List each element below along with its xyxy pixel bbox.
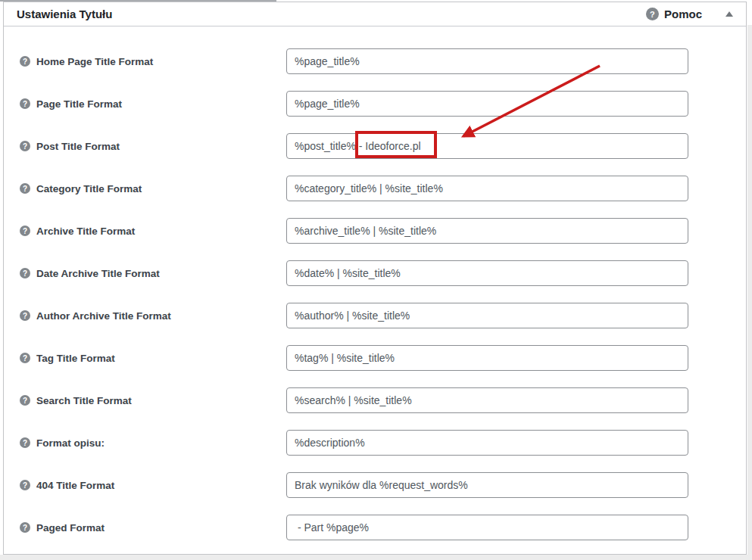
help-label: Pomoc [664, 8, 702, 20]
question-mark-circle-icon[interactable]: ? [20, 56, 30, 67]
question-mark-circle-icon[interactable]: ? [20, 268, 30, 278]
setting-label: Format opisu: [36, 437, 105, 449]
page: { "panel": { "title": "Ustawienia Tytułu… [0, 0, 752, 560]
panel-header: Ustawienia Tytułu ? Pomoc [4, 2, 746, 26]
setting-label: Home Page Title Format [36, 56, 153, 67]
label-cell: ? Archive Title Format [4, 226, 286, 237]
label-cell: ? Home Page Title Format [4, 56, 286, 67]
date-archive-title-format-input[interactable] [286, 260, 688, 286]
collapse-toggle-button[interactable] [722, 7, 737, 22]
setting-row-description-format: ? Format opisu: [4, 422, 746, 464]
question-mark-circle-icon[interactable]: ? [20, 437, 30, 448]
tag-title-format-input[interactable] [286, 345, 688, 371]
setting-row-date-archive-title: ? Date Archive Title Format [4, 252, 746, 294]
question-mark-circle-icon[interactable]: ? [20, 226, 30, 236]
label-cell: ? 404 Title Format [4, 480, 286, 491]
setting-label: 404 Title Format [36, 480, 114, 491]
page-right-edge [747, 25, 752, 560]
question-mark-circle-icon: ? [646, 8, 659, 20]
setting-row-tag-title: ? Tag Title Format [4, 337, 746, 379]
setting-label: Search Title Format [36, 395, 132, 406]
label-cell: ? Post Title Format [4, 141, 286, 152]
setting-row-page-title: ? Page Title Format [4, 82, 746, 125]
page-title-format-input[interactable] [286, 91, 688, 117]
setting-label: Page Title Format [36, 98, 122, 110]
page-bottom-edge [0, 555, 752, 560]
title-settings-panel: Ustawienia Tytułu ? Pomoc ? Home Page Ti… [3, 2, 747, 555]
label-cell: ? Search Title Format [4, 395, 286, 406]
question-mark-circle-icon[interactable]: ? [20, 353, 30, 363]
panel-body: ? Home Page Title Format ? Page Title Fo… [4, 26, 746, 549]
label-cell: ? Tag Title Format [4, 353, 286, 364]
question-mark-circle-icon[interactable]: ? [20, 98, 30, 109]
collapse-up-arrow-icon [725, 11, 733, 17]
search-title-format-input[interactable] [286, 387, 688, 413]
label-cell: ? Category Title Format [4, 183, 286, 194]
description-format-input[interactable] [286, 430, 688, 456]
author-archive-title-format-input[interactable] [286, 303, 688, 328]
setting-label: Archive Title Format [36, 226, 135, 237]
label-cell: ? Author Archive Title Format [4, 310, 286, 322]
setting-label: Tag Title Format [36, 353, 115, 364]
label-cell: ? Date Archive Title Format [4, 268, 286, 279]
label-cell: ? Paged Format [4, 522, 286, 534]
setting-label: Date Archive Title Format [36, 268, 160, 279]
404-title-format-input[interactable] [286, 472, 688, 498]
setting-label: Author Archive Title Format [36, 310, 171, 322]
setting-row-archive-title: ? Archive Title Format [4, 210, 746, 252]
help-button[interactable]: ? Pomoc [646, 8, 702, 20]
label-cell: ? Format opisu: [4, 437, 286, 449]
archive-title-format-input[interactable] [286, 218, 688, 244]
category-title-format-input[interactable] [286, 176, 688, 201]
setting-row-author-archive-title: ? Author Archive Title Format [4, 294, 746, 337]
question-mark-circle-icon[interactable]: ? [20, 522, 30, 533]
setting-row-search-title: ? Search Title Format [4, 379, 746, 422]
label-cell: ? Page Title Format [4, 98, 286, 110]
setting-label: Paged Format [36, 522, 105, 534]
question-mark-circle-icon[interactable]: ? [20, 395, 30, 406]
panel-title: Ustawienia Tytułu [17, 8, 112, 20]
question-mark-circle-icon[interactable]: ? [20, 310, 30, 321]
setting-label: Post Title Format [36, 141, 120, 152]
paged-format-input[interactable] [286, 515, 688, 540]
setting-label: Category Title Format [36, 183, 142, 194]
question-mark-circle-icon[interactable]: ? [20, 141, 30, 151]
setting-row-404-title: ? 404 Title Format [4, 464, 746, 506]
setting-row-paged-format: ? Paged Format [4, 506, 746, 549]
question-mark-circle-icon[interactable]: ? [20, 480, 30, 490]
setting-row-home-page-title: ? Home Page Title Format [4, 40, 746, 82]
home-page-title-format-input[interactable] [286, 48, 688, 74]
post-title-format-input[interactable] [286, 133, 688, 159]
setting-row-post-title: ? Post Title Format [4, 125, 746, 167]
setting-row-category-title: ? Category Title Format [4, 167, 746, 210]
question-mark-circle-icon[interactable]: ? [20, 183, 30, 194]
